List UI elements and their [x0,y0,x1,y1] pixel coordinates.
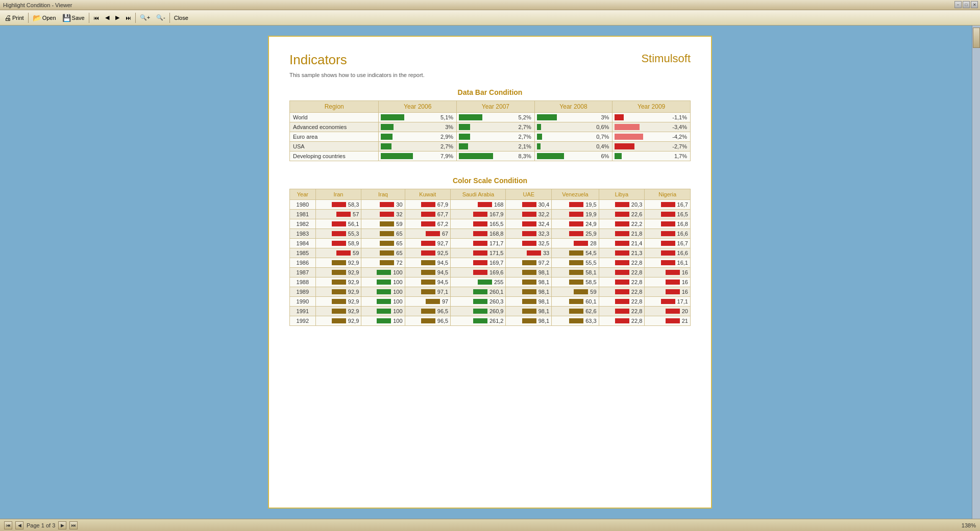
cs-data-cell: 72 [361,258,405,268]
main-area: Indicators Stimulsoft This sample shows … [0,26,980,519]
year-cell: 1982 [290,219,316,229]
print-button[interactable]: 🖨 Print [2,13,26,23]
cs-data-cell: 92,9 [315,297,361,307]
cs-data-cell: 260,9 [451,307,506,316]
databar-cell: 2,7% [379,142,457,151]
cs-data-cell: 16,6 [645,229,691,239]
close-btn[interactable]: Close [172,14,190,22]
cs-data-cell: 19,5 [552,200,599,210]
cs-data-cell: 165,5 [451,219,506,229]
cs-data-cell: 63,3 [552,316,599,326]
colorscale-row: 1980 58,3 30 67,9 168 [290,200,691,210]
databar-cell: 0,4% [534,142,612,151]
region-name: USA [290,142,379,151]
year-cell: 1986 [290,258,316,268]
cs-data-cell: 58,9 [315,239,361,248]
cs-data-cell: 94,5 [405,277,451,287]
cs-data-cell: 30 [361,200,405,210]
cs-data-cell: 97,1 [405,287,451,297]
cs-data-cell: 255 [451,277,506,287]
cs-data-cell: 62,6 [552,307,599,316]
databar-col-2009: Year 2009 [612,101,691,113]
cs-data-cell: 92,9 [315,287,361,297]
cs-data-cell: 65 [361,239,405,248]
databar-cell: 2,1% [457,142,535,151]
toolbar: 🖨 Print 📂 Open 💾 Save ⏮ ◀ ▶ ⏭ 🔍+ 🔍- Clos… [0,10,980,26]
scrollbar-thumb[interactable] [973,28,980,48]
zoom-out-button[interactable]: 🔍- [154,13,167,22]
cs-data-cell: 171,5 [451,248,506,258]
cs-data-cell: 19,9 [552,210,599,219]
open-button[interactable]: 📂 Open [31,13,58,23]
databar-cell: -1,1% [612,113,691,122]
cs-data-cell: 67,7 [405,210,451,219]
cs-data-cell: 16,5 [645,210,691,219]
cs-data-cell: 60,1 [552,297,599,307]
year-cell: 1990 [290,297,316,307]
cs-data-cell: 55,5 [552,258,599,268]
minimize-button[interactable]: − [954,1,962,8]
cs-data-cell: 65 [361,229,405,239]
maximize-button[interactable]: □ [963,1,970,8]
cs-data-cell: 169,6 [451,268,506,277]
colorscale-row: 1986 92,9 72 94,5 169,7 [290,258,691,268]
cs-data-cell: 56,1 [315,219,361,229]
status-bar: ⏮ ◀ Page 1 of 3 ▶ ⏭ 138% [0,519,980,531]
databar-section-title: Data Bar Condition [289,88,691,96]
cs-data-cell: 92,9 [315,277,361,287]
nav-next-button[interactable]: ▶ [113,13,121,22]
region-name: Developing countries [290,151,379,161]
cs-data-cell: 98,1 [506,297,552,307]
year-cell: 1992 [290,316,316,326]
cs-data-cell: 58,5 [552,277,599,287]
scrollbar-right[interactable] [972,26,980,519]
cs-col-header: Saudi Arabia [451,189,506,200]
year-cell: 1987 [290,268,316,277]
region-name: Advanced economies [290,122,379,132]
year-cell: 1985 [290,248,316,258]
cs-data-cell: 21 [645,316,691,326]
nav-first-button[interactable]: ⏮ [91,14,101,22]
cs-data-cell: 59 [552,287,599,297]
cs-data-cell: 171,7 [451,239,506,248]
region-name: World [290,113,379,122]
colorscale-section-title: Color Scale Condition [289,176,691,185]
cs-data-cell: 16,6 [645,248,691,258]
cs-data-cell: 97 [405,297,451,307]
year-cell: 1983 [290,229,316,239]
cs-data-cell: 32,5 [506,239,552,248]
databar-cell: 2,9% [379,132,457,142]
databar-row: World 5,1% 5,2% 3% -1,1% [290,113,691,122]
status-nav-next[interactable]: ▶ [58,521,66,529]
nav-last-button[interactable]: ⏭ [124,14,133,22]
databar-cell: -4,2% [612,132,691,142]
status-nav-last[interactable]: ⏭ [69,521,78,529]
cs-data-cell: 16,7 [645,239,691,248]
colorscale-row: 1987 92,9 100 94,5 169,6 [290,268,691,277]
cs-data-cell: 65 [361,248,405,258]
databar-col-2007: Year 2007 [457,101,535,113]
save-button[interactable]: 💾 Save [60,13,87,23]
cs-data-cell: 169,7 [451,258,506,268]
databar-row: Developing countries 7,9% 8,3% 6% 1,7% [290,151,691,161]
status-nav-first[interactable]: ⏮ [4,521,12,529]
cs-col-header: Kuwait [405,189,451,200]
cs-col-header: Venezuela [552,189,599,200]
status-nav-prev[interactable]: ◀ [15,521,23,529]
title-bar: Highlight Condition - Viewer − □ ✕ [0,0,980,10]
cs-data-cell: 100 [361,297,405,307]
zoom-in-button[interactable]: 🔍+ [138,13,152,22]
zoom-level: 138% [962,522,976,528]
cs-data-cell: 22,2 [599,219,645,229]
cs-data-cell: 57 [315,210,361,219]
cs-data-cell: 59 [315,248,361,258]
databar-cell: 7,9% [379,151,457,161]
cs-data-cell: 16 [645,277,691,287]
colorscale-row: 1981 57 32 67,7 167,9 [290,210,691,219]
nav-prev-button[interactable]: ◀ [103,13,111,22]
cs-data-cell: 32,2 [506,210,552,219]
cs-data-cell: 100 [361,277,405,287]
close-button[interactable]: ✕ [971,1,978,8]
cs-data-cell: 94,5 [405,268,451,277]
databar-cell: -2,7% [612,142,691,151]
